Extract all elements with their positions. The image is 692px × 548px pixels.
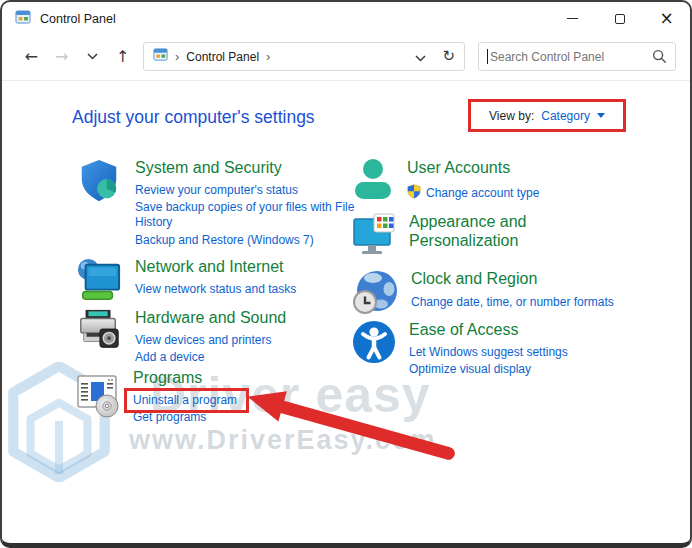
view-by-label: View by: (489, 109, 534, 123)
forward-button[interactable]: → (47, 42, 78, 72)
section-network-and-internet: Network and Internet View network status… (76, 257, 359, 307)
search-input[interactable] (488, 50, 652, 64)
task-link-change-date-time-number-formats[interactable]: Change date, time, or number formats (411, 295, 659, 310)
task-link-uninstall-a-program[interactable]: Uninstall a program (133, 393, 357, 408)
up-arrow-icon: ↑ (116, 47, 129, 66)
back-icon: ← (25, 47, 38, 66)
category-link-hardware-and-sound[interactable]: Hardware and Sound (135, 308, 359, 327)
section-hardware-and-sound: Hardware and Sound View devices and prin… (76, 308, 359, 365)
programs-icon[interactable] (76, 373, 120, 425)
recent-locations-button[interactable] (77, 42, 108, 72)
hardware-sound-printer-icon[interactable] (76, 308, 122, 365)
page-title: Adjust your computer's settings (72, 107, 315, 128)
clock-region-globe-icon[interactable] (352, 269, 398, 321)
forward-icon: → (55, 47, 68, 66)
task-link-change-account-type[interactable]: Change account type (426, 186, 539, 201)
user-accounts-person-icon[interactable] (352, 158, 394, 206)
control-panel-window: Control Panel × ← → ↑ (0, 0, 692, 548)
task-link-let-windows-suggest-settings[interactable]: Let Windows suggest settings (409, 345, 657, 360)
task-link-save-backup-file-history[interactable]: Save backup copies of your files with Fi… (135, 200, 359, 230)
task-link-add-a-device[interactable]: Add a device (135, 350, 359, 365)
section-programs: Programs Uninstall a program Get program… (76, 368, 357, 425)
drivereasy-url-watermark: www.DriverEasy.com (129, 425, 437, 456)
appearance-personalization-icon[interactable] (352, 212, 396, 262)
category-link-ease-of-access[interactable]: Ease of Access (409, 320, 657, 339)
view-by-dropdown[interactable]: Category (541, 109, 590, 123)
section-clock-and-region: Clock and Region Change date, time, or n… (352, 269, 659, 321)
refresh-button[interactable]: ↻ (442, 49, 455, 64)
breadcrumb-separator-icon: › (175, 50, 179, 63)
window-title: Control Panel (40, 12, 116, 26)
search-icon[interactable] (652, 49, 667, 64)
breadcrumb-separator-icon: › (266, 50, 270, 63)
address-bar[interactable]: › Control Panel › ↻ (143, 42, 465, 71)
category-link-appearance-and-personalization[interactable]: Appearance and Personalization (409, 212, 584, 250)
address-control-panel-icon (153, 47, 168, 66)
task-link-view-devices-and-printers[interactable]: View devices and printers (135, 333, 359, 348)
network-internet-icon[interactable] (76, 257, 122, 307)
back-button[interactable]: ← (16, 42, 47, 72)
task-link-optimize-visual-display[interactable]: Optimize visual display (409, 362, 657, 377)
maximize-icon (615, 14, 625, 24)
ease-of-access-icon[interactable] (352, 320, 396, 377)
control-panel-icon (15, 9, 31, 29)
task-link-get-programs[interactable]: Get programs (133, 410, 357, 425)
breadcrumb-control-panel[interactable]: Control Panel (186, 50, 259, 64)
maximize-button[interactable] (596, 2, 643, 35)
refresh-icon: ↻ (442, 47, 455, 65)
section-appearance-and-personalization: Appearance and Personalization (352, 212, 657, 262)
chevron-down-icon (87, 53, 98, 60)
category-link-network-and-internet[interactable]: Network and Internet (135, 257, 359, 276)
category-link-programs[interactable]: Programs (133, 368, 357, 387)
minimize-button[interactable] (549, 2, 596, 35)
section-user-accounts: User Accounts Change account type (352, 158, 655, 206)
minimize-icon (567, 18, 578, 19)
close-icon: × (659, 10, 673, 27)
section-system-and-security: System and Security Review your computer… (76, 158, 359, 248)
title-bar: Control Panel × (2, 2, 690, 35)
task-link-backup-and-restore-windows-7[interactable]: Backup and Restore (Windows 7) (135, 233, 359, 248)
system-security-shield-icon[interactable] (76, 158, 122, 248)
category-link-clock-and-region[interactable]: Clock and Region (411, 269, 659, 288)
address-dropdown-button[interactable] (415, 48, 426, 66)
uac-shield-icon (407, 184, 421, 203)
task-link-view-network-status-and-tasks[interactable]: View network status and tasks (135, 282, 359, 297)
view-by-dropdown-triangle-icon[interactable] (597, 113, 605, 118)
navigation-toolbar: ← → ↑ › Control Panel › (2, 35, 690, 81)
section-ease-of-access: Ease of Access Let Windows suggest setti… (352, 320, 657, 377)
category-link-user-accounts[interactable]: User Accounts (407, 158, 655, 177)
close-button[interactable]: × (643, 2, 690, 35)
task-link-review-your-computers-status[interactable]: Review your computer's status (135, 183, 359, 198)
category-link-system-and-security[interactable]: System and Security (135, 158, 359, 177)
chevron-down-icon (415, 55, 426, 62)
up-button[interactable]: ↑ (108, 42, 139, 72)
search-box[interactable] (478, 42, 676, 71)
viewby-annotation-box: View by: Category (468, 99, 626, 132)
